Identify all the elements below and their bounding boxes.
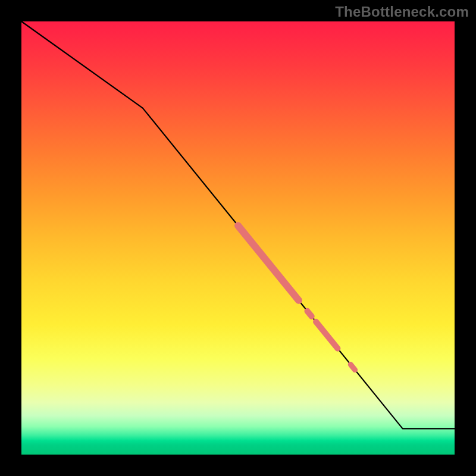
short-band [316, 322, 337, 349]
watermark-text: TheBottleneck.com [335, 4, 469, 20]
chart-stage: TheBottleneck.com [0, 0, 476, 476]
dot-mid [307, 311, 311, 317]
chart-svg [21, 21, 455, 455]
thick-band-upper [238, 226, 299, 300]
plot-area [21, 21, 455, 455]
highlight-group [238, 226, 355, 369]
dot-lower [350, 365, 355, 370]
